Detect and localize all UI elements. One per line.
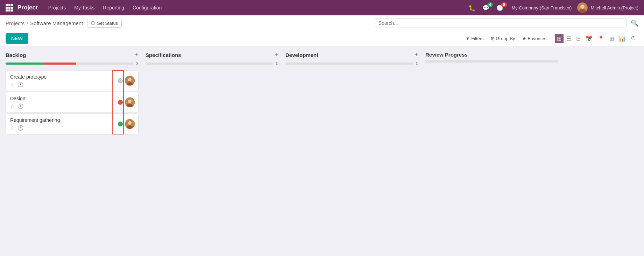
card-title-design: Design [10, 96, 134, 101]
sub-header: Projects / Software Management Set Statu… [0, 15, 644, 31]
card-requirement-gathering[interactable]: Requirement gathering ☆ 🕐 [6, 114, 139, 134]
clock-icon-card1[interactable]: 🕐 [17, 82, 23, 87]
column-header-development: Development + [285, 52, 418, 58]
status-dot-gray[interactable] [118, 78, 123, 83]
status-dot-green[interactable] [118, 122, 123, 126]
clock-icon-card3[interactable]: 🕐 [17, 125, 23, 131]
favorites-label: Favorites [528, 36, 546, 41]
breadcrumb-separator: / [27, 20, 28, 26]
backlog-cards-wrapper: Create prototype ☆ 🕐 [6, 70, 139, 134]
svg-point-10 [128, 121, 132, 125]
set-status-circle-icon [91, 21, 95, 25]
review-progress-bar [425, 60, 558, 63]
avatar-chip-card2[interactable] [125, 97, 135, 107]
star-icon-card2[interactable]: ☆ [10, 103, 15, 109]
bug-icon-button[interactable]: 🐛 [466, 3, 478, 13]
nav-configuration[interactable]: Configuration [129, 3, 165, 12]
card-right-design [118, 92, 138, 112]
avatar-chip-card1[interactable] [125, 76, 135, 86]
card-title-requirement-gathering: Requirement gathering [10, 117, 134, 123]
progress-red [44, 63, 76, 65]
card-actions-design: ☆ 🕐 [10, 103, 134, 109]
avatar[interactable] [577, 2, 588, 13]
group-by-button[interactable]: ⊞ Group By [488, 35, 518, 43]
column-header-backlog: Backlog + [6, 52, 139, 58]
column-title-specifications: Specifications [146, 52, 181, 58]
grid-view-button[interactable]: ⊞ [607, 34, 616, 43]
avatar-chip-card3[interactable] [125, 119, 135, 129]
kanban-column-review-progress: Review Progress [425, 52, 558, 244]
new-button[interactable]: NEW [6, 33, 28, 44]
toolbar: NEW ▼ Filters ⊞ Group By ★ Favorites ⊞ ☰… [0, 31, 644, 46]
kanban-board: Backlog + 3 Create prototype ☆ 🕐 [0, 46, 644, 250]
filters-button[interactable]: ▼ Filters [462, 35, 486, 43]
development-progress-bar [285, 63, 413, 65]
map-view-button[interactable]: 📍 [595, 34, 607, 43]
card-title-create-prototype: Create prototype [10, 74, 134, 80]
calendar-view-button[interactable]: 📅 [583, 34, 595, 43]
app-name: Project [17, 4, 38, 11]
svg-point-1 [580, 5, 585, 9]
column-add-development[interactable]: + [415, 52, 418, 58]
column-title-development: Development [285, 52, 318, 58]
card-design[interactable]: Design ☆ 🕐 [6, 92, 139, 113]
star-icon-card1[interactable]: ☆ [10, 82, 15, 87]
card-create-prototype[interactable]: Create prototype ☆ 🕐 [6, 70, 139, 91]
messages-button[interactable]: 💬 4 [480, 3, 492, 13]
search-input[interactable] [375, 18, 627, 28]
nav-my-tasks[interactable]: My Tasks [71, 3, 98, 12]
kanban-column-development: Development + 0 [285, 52, 418, 244]
status-dot-red[interactable] [118, 100, 123, 105]
nav-projects[interactable]: Projects [45, 3, 70, 12]
specifications-progress-row: 0 [146, 61, 278, 66]
specifications-progress-bar [146, 63, 273, 65]
svg-point-7 [128, 100, 132, 103]
star-icon-card3[interactable]: ☆ [10, 125, 15, 131]
column-add-specifications[interactable]: + [275, 52, 278, 58]
filter-icon: ▼ [465, 36, 470, 41]
chart-view-button[interactable]: 📊 [617, 34, 628, 43]
favorites-button[interactable]: ★ Favorites [519, 35, 549, 43]
activity-view-button[interactable]: ⏱ [629, 34, 638, 43]
progress-empty [76, 63, 133, 65]
nav-reporting[interactable]: Reporting [99, 3, 128, 12]
card-right-requirement-gathering [118, 114, 138, 134]
top-navigation: Project Projects My Tasks Reporting Conf… [0, 0, 644, 15]
column-header-review-progress: Review Progress [425, 52, 558, 58]
clock-button[interactable]: 🕐 9 [494, 3, 506, 13]
list-view-button[interactable]: ☰ [564, 34, 573, 43]
search-button[interactable]: 🔍 [631, 19, 638, 27]
user-info: Mitchell Admin (Project) [577, 2, 638, 13]
clock-badge: 9 [501, 2, 507, 7]
card-actions-requirement-gathering: ☆ 🕐 [10, 125, 134, 131]
svg-point-4 [128, 78, 132, 81]
column-add-backlog[interactable]: + [135, 52, 139, 58]
progress-green [6, 63, 44, 65]
progress-empty-dev [285, 63, 413, 65]
app-grid-icon[interactable] [6, 4, 13, 12]
progress-empty-review [425, 60, 558, 63]
column-header-specifications: Specifications + [146, 52, 278, 58]
star-icon: ★ [522, 36, 526, 41]
column-count-backlog: 3 [136, 61, 139, 66]
kanban-view-button[interactable]: ⊞ [555, 34, 564, 43]
column-count-specifications: 0 [276, 61, 278, 66]
column-title-review-progress: Review Progress [425, 52, 468, 58]
grouped-list-view-button[interactable]: ⊟ [574, 34, 583, 43]
messages-badge: 4 [487, 2, 493, 7]
filter-group: ▼ Filters ⊞ Group By ★ Favorites [462, 35, 549, 43]
filters-label: Filters [471, 36, 483, 41]
breadcrumb-projects[interactable]: Projects [6, 20, 24, 26]
backlog-progress-bar [6, 63, 133, 65]
set-status-button[interactable]: Set Status [87, 19, 122, 28]
kanban-column-backlog: Backlog + 3 Create prototype ☆ 🕐 [6, 52, 139, 244]
clock-icon-card2[interactable]: 🕐 [17, 103, 23, 109]
kanban-column-specifications: Specifications + 0 [146, 52, 278, 244]
card-actions-create-prototype: ☆ 🕐 [10, 82, 134, 87]
view-icons: ⊞ ☰ ⊟ 📅 📍 ⊞ 📊 ⏱ [555, 34, 638, 43]
review-progress-progress-row [425, 60, 558, 63]
card-right-create-prototype [118, 71, 138, 91]
company-name: My Company (San Francisco) [512, 5, 572, 10]
column-count-development: 0 [416, 61, 418, 66]
set-status-label: Set Status [97, 21, 118, 26]
